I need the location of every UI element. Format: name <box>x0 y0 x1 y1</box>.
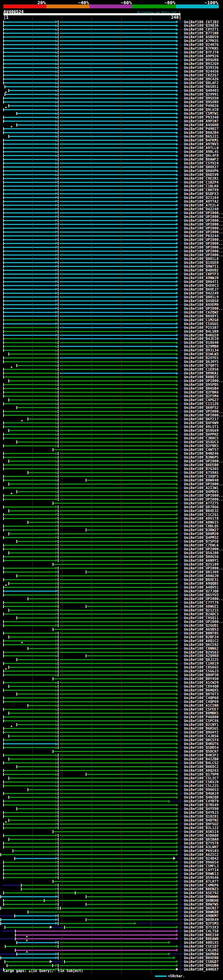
hit-accession-label[interactable]: UniRef100_B9SU88 <box>184 58 219 62</box>
hit-accession-label[interactable]: UniRef100_A6ZIC2 <box>184 853 219 857</box>
hit-accession-label[interactable]: UniRef100_C9SQ11 <box>184 616 219 620</box>
hit-accession-label[interactable]: UniRef100_Q1XGE0 <box>184 261 219 264</box>
hsp-bar[interactable] <box>59 63 176 64</box>
hsp-bar[interactable] <box>3 422 55 423</box>
hit-accession-label[interactable]: UniRef100_B0Y4S0 <box>184 677 219 681</box>
hit-accession-label[interactable]: UniRef100_Q39336 <box>184 66 219 70</box>
hit-accession-label[interactable]: UniRef100_Q864T1 <box>184 280 219 284</box>
hit-accession-label[interactable]: UniRef100_P93340 <box>184 115 219 119</box>
hit-accession-label[interactable]: UniRef100_B4KG59 <box>184 333 219 337</box>
hsp-bar[interactable] <box>3 904 55 905</box>
hit-accession-label[interactable]: UniRef100_Q801L9 <box>184 295 219 299</box>
hit-accession-label[interactable]: UniRef100_C5E1D7 <box>184 945 219 948</box>
hsp-bar[interactable] <box>3 640 55 641</box>
hsp-bar[interactable] <box>3 487 55 488</box>
hit-accession-label[interactable]: UniRef100_UPI000.. <box>184 226 223 230</box>
hit-accession-label[interactable]: UniRef100_UPI000.. <box>184 482 223 486</box>
hsp-bar[interactable] <box>3 747 55 748</box>
hsp-bar[interactable] <box>3 220 55 221</box>
hsp-bar[interactable] <box>59 170 176 172</box>
hsp-bar[interactable] <box>3 369 55 370</box>
hsp-bar[interactable] <box>59 583 176 584</box>
hit-accession-label[interactable]: UniRef100_UPI000.. <box>184 230 223 234</box>
hsp-bar[interactable] <box>3 59 55 60</box>
hsp-bar[interactable] <box>7 965 55 966</box>
hsp-bar[interactable] <box>53 751 176 752</box>
hit-accession-label[interactable]: UniRef100_B0WKD8 <box>184 910 219 914</box>
hit-accession-label[interactable]: UniRef100_Q0UP30 <box>184 673 219 677</box>
hsp-bar[interactable] <box>53 503 176 504</box>
hit-accession-label[interactable]: UniRef100_C4YTI4 <box>184 868 219 872</box>
hsp-bar[interactable] <box>59 186 176 187</box>
hsp-bar[interactable] <box>3 143 55 145</box>
hsp-bar[interactable] <box>3 495 55 496</box>
hit-accession-label[interactable]: UniRef100_Q9U4Y2 <box>184 730 219 734</box>
hit-accession-label[interactable]: UniRef100_C6ZQW2 <box>184 310 219 314</box>
hsp-bar[interactable] <box>59 418 176 420</box>
hsp-bar[interactable] <box>3 877 55 878</box>
hsp-bar[interactable] <box>59 556 176 557</box>
hit-accession-label[interactable]: UniRef100_UPI000.. <box>184 215 223 219</box>
hsp-bar[interactable] <box>59 694 176 695</box>
hsp-bar[interactable] <box>59 640 176 641</box>
hsp-bar[interactable] <box>3 709 55 710</box>
hsp-bar[interactable] <box>3 869 55 870</box>
hsp-bar[interactable] <box>59 147 176 148</box>
hsp-bar[interactable] <box>3 865 55 867</box>
hsp-bar[interactable] <box>28 522 55 523</box>
hsp-bar[interactable] <box>59 487 176 488</box>
hsp-bar[interactable] <box>3 781 55 783</box>
hit-accession-label[interactable]: UniRef100_C5FEE7 <box>184 708 219 711</box>
hsp-bar[interactable] <box>3 197 55 198</box>
hsp-bar[interactable] <box>59 159 176 160</box>
hsp-bar[interactable] <box>59 598 176 599</box>
hsp-bar[interactable] <box>59 426 176 427</box>
hsp-bar[interactable] <box>3 816 55 817</box>
hsp-bar[interactable] <box>3 571 55 573</box>
hsp-bar[interactable] <box>3 350 55 351</box>
hsp-bar[interactable] <box>59 361 176 362</box>
hit-accession-label[interactable]: UniRef100_Q4F6W9 <box>184 421 219 425</box>
hit-accession-label[interactable]: UniRef100_B2VS63 <box>184 651 219 654</box>
hit-accession-label[interactable]: UniRef100_B0EIS0 <box>184 933 219 937</box>
hit-accession-label[interactable]: UniRef100_B0XEN8 <box>184 956 219 960</box>
hsp-bar[interactable] <box>5 927 50 928</box>
hsp-bar[interactable] <box>59 595 176 595</box>
hsp-bar[interactable] <box>59 178 176 179</box>
hit-accession-label[interactable]: UniRef100_C1E856 <box>184 368 219 371</box>
hit-accession-label[interactable]: UniRef100_B6KSU1 <box>184 727 219 730</box>
hit-accession-label[interactable]: UniRef100_B9WK13 <box>184 872 219 876</box>
hsp-bar[interactable] <box>59 522 176 523</box>
hsp-bar[interactable] <box>9 105 55 107</box>
hsp-bar[interactable] <box>59 472 176 473</box>
hit-accession-label[interactable]: UniRef100_C5PCX6 <box>184 719 219 723</box>
hsp-bar[interactable] <box>17 113 55 114</box>
hit-accession-label[interactable]: UniRef100_C5MTW1 <box>184 111 219 115</box>
hit-accession-label[interactable]: UniRef100_Q2FBK5 <box>184 444 219 448</box>
hit-accession-label[interactable]: UniRef100_C5L225 <box>184 784 219 788</box>
hsp-bar[interactable] <box>59 132 176 133</box>
hsp-bar[interactable] <box>59 862 176 863</box>
hsp-bar[interactable] <box>59 239 176 240</box>
hsp-bar[interactable] <box>59 320 176 321</box>
hit-accession-label[interactable]: UniRef100_B9I2G9 <box>184 62 219 66</box>
hit-accession-label[interactable]: UniRef100_A6N9Y1 <box>184 558 219 563</box>
hsp-bar[interactable] <box>53 629 176 630</box>
hsp-bar[interactable] <box>59 422 176 423</box>
hsp-bar[interactable] <box>59 48 176 49</box>
hit-accession-label[interactable]: UniRef100_UPI000.. <box>184 245 223 249</box>
hit-accession-label[interactable]: UniRef100_UPI000.. <box>184 566 223 570</box>
hsp-bar[interactable] <box>3 846 55 848</box>
hit-accession-label[interactable]: UniRef100_O24456 <box>184 70 219 73</box>
hsp-bar[interactable] <box>3 304 55 305</box>
hit-accession-label[interactable]: UniRef100_O42249 <box>184 291 219 295</box>
hsp-bar[interactable] <box>3 357 55 358</box>
hsp-bar[interactable] <box>59 835 176 836</box>
hsp-bar[interactable] <box>59 167 176 167</box>
hsp-bar[interactable] <box>53 831 176 832</box>
hsp-bar[interactable] <box>59 877 176 878</box>
hsp-bar[interactable] <box>59 800 168 802</box>
hsp-bar[interactable] <box>14 858 55 859</box>
hsp-bar[interactable] <box>59 686 176 687</box>
hit-accession-label[interactable]: UniRef100_B0XE32 <box>184 509 219 513</box>
